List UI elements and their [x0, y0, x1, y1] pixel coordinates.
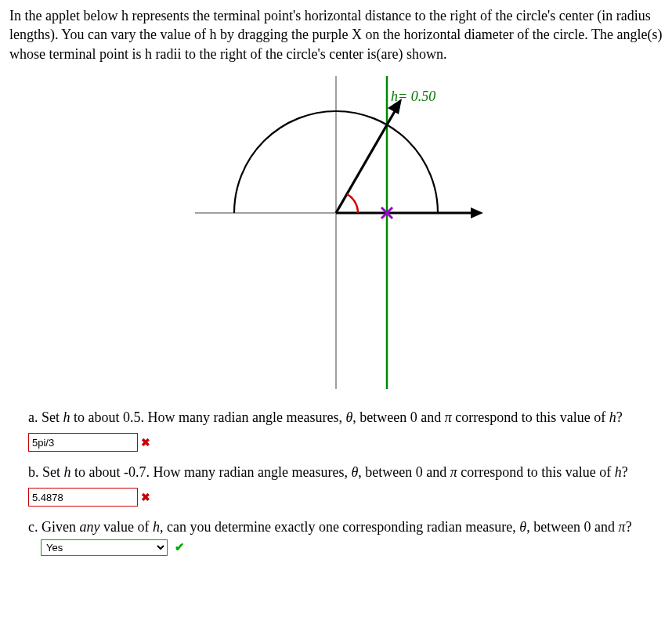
- question-c: c. Given any value of h, can you determi…: [28, 517, 663, 556]
- angle-arc: [347, 194, 358, 213]
- answer-select-c[interactable]: Yes: [42, 540, 167, 555]
- question-b: b. Set h to about -0.7. How many radian …: [28, 463, 663, 481]
- circle-applet[interactable]: h= 0.50: [172, 68, 500, 397]
- wrong-icon: ✖: [141, 490, 150, 505]
- correct-icon: ✔: [175, 540, 185, 553]
- answer-select-wrap-c: Yes: [41, 539, 168, 556]
- question-a: a. Set h to about 0.5. How many radian a…: [28, 408, 663, 427]
- applet-container: h= 0.50: [9, 68, 663, 397]
- answer-row-b: ✖: [28, 488, 663, 507]
- initial-ray-arrow: [471, 207, 483, 218]
- applet-svg: [172, 68, 500, 397]
- terminal-ray: [336, 107, 397, 213]
- answer-input-a[interactable]: [28, 433, 138, 452]
- intro-text: In the applet below h represents the ter…: [9, 6, 663, 63]
- h-value-label: h= 0.50: [391, 87, 435, 106]
- wrong-icon: ✖: [141, 435, 150, 450]
- answer-row-a: ✖: [28, 433, 663, 452]
- answer-input-b[interactable]: [28, 488, 138, 507]
